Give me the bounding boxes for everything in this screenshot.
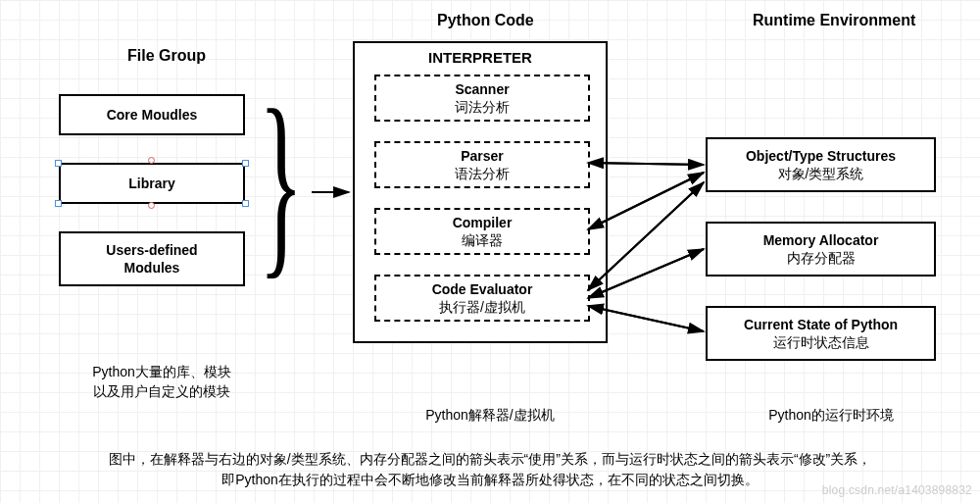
label-user-modules-l2: Modules [124, 259, 180, 277]
box-parser: Parser 语法分析 [374, 141, 590, 188]
label-compiler-en: Compiler [453, 214, 513, 231]
label-obj-zh: 对象/类型系统 [778, 165, 864, 182]
box-scanner: Scanner 词法分析 [374, 75, 590, 122]
label-obj-en: Object/Type Structures [746, 147, 896, 165]
caption-file-group: Python大量的库、模块 以及用户自定义的模块 [69, 363, 255, 401]
box-interpreter: INTERPRETER Scanner 词法分析 Parser 语法分析 Com… [353, 41, 608, 343]
label-scanner-en: Scanner [455, 80, 509, 98]
selection-handle [242, 200, 249, 207]
caption-interpreter: Python解释器/虚拟机 [392, 406, 588, 426]
label-evaluator-zh: 执行器/虚拟机 [439, 298, 525, 316]
box-compiler: Compiler 编译器 [374, 208, 590, 255]
caption-runtime: Python的运行时环境 [743, 406, 919, 426]
label-state-en: Current State of Python [744, 316, 898, 333]
label-library: Library [128, 175, 174, 192]
caption-file-group-l1: Python大量的库、模块 [92, 364, 231, 379]
col-title-python-code: Python Code [437, 12, 534, 29]
connection-dot [148, 157, 155, 164]
caption-file-group-l2: 以及用户自定义的模块 [93, 383, 230, 399]
selection-handle [55, 200, 62, 207]
footer-line1: 图中，在解释器与右边的对象/类型系统、内存分配器之间的箭头表示“使用”关系，而与… [109, 451, 872, 467]
label-state-zh: 运行时状态信息 [773, 333, 869, 351]
box-object-type: Object/Type Structures 对象/类型系统 [706, 137, 936, 192]
label-scanner-zh: 词法分析 [455, 98, 510, 116]
box-current-state: Current State of Python 运行时状态信息 [706, 306, 936, 361]
footer-line2: 即Python在执行的过程中会不断地修改当前解释器所处得状态，在不同的状态之间切… [221, 472, 759, 487]
watermark: blog.csdn.net/a1403898832 [822, 483, 972, 497]
label-mem-en: Memory Allocator [763, 231, 879, 249]
brace-icon: } [259, 78, 303, 284]
box-core-modules: Core Moudles [59, 94, 245, 135]
label-mem-zh: 内存分配器 [787, 249, 856, 267]
label-parser-zh: 语法分析 [455, 165, 510, 182]
box-user-modules: Users-defined Modules [59, 231, 245, 286]
label-interpreter-title: INTERPRETER [355, 49, 606, 66]
col-title-runtime-env: Runtime Environment [753, 12, 915, 29]
col-title-file-group: File Group [127, 47, 206, 65]
connection-dot [148, 202, 155, 209]
box-evaluator: Code Evaluator 执行器/虚拟机 [374, 275, 590, 322]
box-library: Library [59, 163, 245, 204]
selection-handle [55, 160, 62, 167]
label-compiler-zh: 编译器 [462, 231, 503, 249]
box-memory-allocator: Memory Allocator 内存分配器 [706, 222, 936, 277]
label-user-modules-l1: Users-defined [106, 241, 197, 259]
selection-handle [242, 160, 249, 167]
label-parser-en: Parser [461, 147, 504, 165]
label-evaluator-en: Code Evaluator [432, 280, 533, 298]
label-core-modules: Core Moudles [107, 106, 198, 124]
